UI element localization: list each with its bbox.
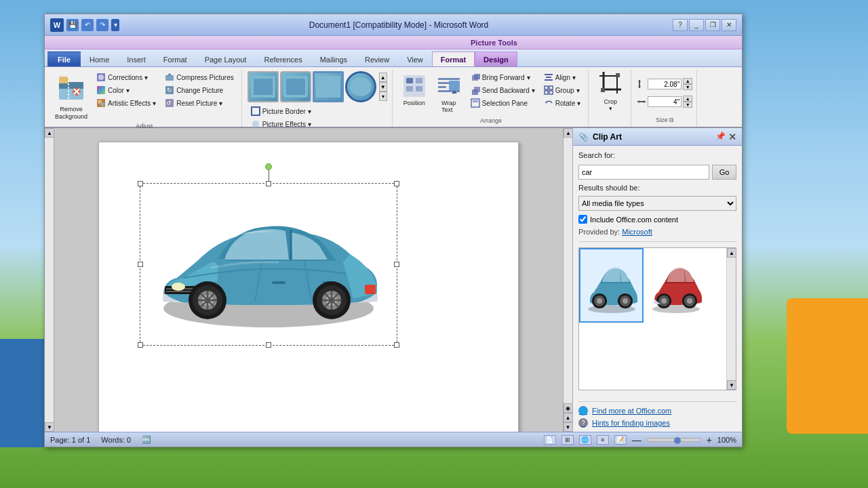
results-scroll-track[interactable]: [727, 258, 736, 380]
bring-forward-button[interactable]: Bring Forward ▾: [467, 71, 538, 83]
size-content: 2.08" ▲ ▼ 4" ▲ ▼: [637, 71, 692, 117]
include-office-label: Include Office.com content: [590, 216, 678, 224]
result-item-2[interactable]: [644, 248, 708, 323]
scroll-up-btn[interactable]: ▲: [45, 128, 54, 138]
height-input[interactable]: 2.08": [648, 79, 682, 89]
go-button[interactable]: Go: [712, 165, 736, 180]
title-bar: W 💾 ↶ ↷ ▾ Document1 [Compatibility Mode]…: [45, 14, 742, 36]
tab-mailings[interactable]: Mailings: [311, 52, 356, 66]
media-type-select[interactable]: All media file types: [578, 196, 736, 211]
height-down-arrow[interactable]: ▼: [683, 84, 692, 90]
right-scroll-up[interactable]: ▲: [564, 128, 573, 138]
next-page-btn[interactable]: ▼: [564, 422, 573, 432]
tab-home[interactable]: Home: [81, 52, 118, 66]
picture-style-thumb-1[interactable]: [248, 71, 279, 102]
wrap-text-button[interactable]: WrapText: [433, 71, 465, 116]
width-input[interactable]: 4": [648, 96, 682, 107]
resize-handle-tl[interactable]: [138, 181, 143, 186]
reset-picture-button[interactable]: ↺ Reset Picture ▾: [161, 97, 237, 109]
resize-handle-bc[interactable]: [266, 342, 271, 348]
close-btn[interactable]: ✕: [722, 19, 736, 31]
resize-handle-tr[interactable]: [394, 181, 399, 186]
hints-link[interactable]: ? Hints for finding images: [578, 418, 736, 428]
width-down-arrow[interactable]: ▼: [683, 102, 692, 108]
artistic-effects-button[interactable]: Artistic Effects ▾: [93, 97, 159, 109]
scroll-track[interactable]: [45, 138, 54, 422]
view-print-btn[interactable]: 📄: [544, 435, 556, 445]
results-scroll-up[interactable]: ▲: [727, 248, 736, 258]
resize-handle-tc[interactable]: [266, 181, 271, 186]
save-quick-btn[interactable]: 💾: [66, 19, 79, 31]
minimize-btn[interactable]: _: [689, 19, 704, 31]
group-button[interactable]: Group ▾: [540, 84, 584, 96]
height-up-arrow[interactable]: ▲: [683, 78, 692, 84]
provider-link[interactable]: Microsoft: [622, 228, 652, 236]
tab-insert[interactable]: Insert: [118, 52, 155, 66]
rotate-handle[interactable]: [265, 163, 272, 170]
compress-pictures-button[interactable]: Compress Pictures: [161, 71, 237, 83]
tab-references[interactable]: References: [255, 52, 311, 66]
size-dialog-launcher[interactable]: ⧉: [669, 117, 673, 123]
picture-styles-scroll-up[interactable]: ▲: [379, 73, 387, 82]
find-more-link[interactable]: 🌐 Find more at Office.com: [578, 406, 736, 415]
picture-style-thumb-3[interactable]: [313, 71, 344, 102]
picture-style-thumb-2[interactable]: [280, 71, 311, 102]
change-picture-button[interactable]: ↻ Change Picture: [161, 84, 237, 96]
picture-style-thumb-4[interactable]: [345, 71, 376, 102]
color-button[interactable]: Color ▾: [93, 84, 159, 96]
align-button[interactable]: Align ▾: [540, 71, 584, 83]
prev-page-btn[interactable]: ◉: [564, 403, 573, 413]
status-bar: Page: 1 of 1 Words: 0 🔤 📄 ⊞ 🌐 ≡ 📝 — + 10…: [45, 432, 742, 447]
zoom-slider[interactable]: [647, 438, 701, 442]
resize-handle-br[interactable]: [394, 342, 399, 348]
view-outline-btn[interactable]: ≡: [597, 435, 609, 445]
resize-handle-bl[interactable]: [138, 342, 143, 348]
search-input[interactable]: car: [578, 165, 709, 180]
corrections-button[interactable]: Corrections ▾: [93, 71, 159, 83]
clip-art-pin[interactable]: 📌: [715, 131, 726, 142]
zoom-thumb[interactable]: [674, 437, 681, 444]
position-button[interactable]: Position: [398, 71, 431, 109]
width-up-arrow[interactable]: ▲: [683, 96, 692, 102]
picture-styles-scroll-more[interactable]: ▾: [379, 92, 387, 101]
zoom-plus-btn[interactable]: +: [707, 434, 712, 445]
results-scroll-down[interactable]: ▼: [727, 380, 736, 390]
image-selection-box[interactable]: [140, 183, 397, 346]
tab-view[interactable]: View: [398, 52, 432, 66]
undo-quick-btn[interactable]: ↶: [81, 19, 94, 31]
next-prev-btn[interactable]: ▲: [564, 413, 573, 422]
rotate-button[interactable]: Rotate ▾: [540, 97, 584, 109]
zoom-minus-btn[interactable]: —: [632, 434, 642, 445]
resize-handle-ml[interactable]: [138, 262, 143, 267]
view-web-btn[interactable]: 🌐: [579, 435, 591, 445]
selection-pane-button[interactable]: Selection Pane: [467, 97, 538, 109]
tab-page-layout[interactable]: Page Layout: [196, 52, 256, 66]
picture-styles-scroll-down[interactable]: ▼: [379, 82, 387, 92]
resize-handle-mr[interactable]: [394, 262, 399, 267]
result-item-1[interactable]: [579, 248, 644, 323]
crop-label: Crop: [604, 98, 617, 105]
redo-quick-btn[interactable]: ↷: [96, 19, 108, 31]
restore-btn[interactable]: ❐: [705, 19, 720, 31]
view-fullscreen-btn[interactable]: ⊞: [561, 435, 574, 445]
tab-format[interactable]: Format: [155, 52, 196, 66]
include-office-checkbox[interactable]: [578, 215, 587, 224]
clip-art-close[interactable]: ✕: [728, 131, 736, 142]
view-draft-btn[interactable]: 📝: [614, 435, 627, 445]
crop-button[interactable]: Crop ▾: [594, 71, 627, 115]
customize-quick-access-btn[interactable]: ▾: [111, 19, 119, 31]
remove-background-button[interactable]: RemoveBackground: [52, 71, 91, 123]
tab-review[interactable]: Review: [356, 52, 398, 66]
picture-border-button[interactable]: Picture Border ▾: [248, 105, 387, 117]
scroll-down-btn[interactable]: ▼: [45, 422, 54, 432]
results-area: ▲ ▼: [578, 247, 736, 390]
tab-design[interactable]: Design: [475, 52, 517, 66]
tab-file[interactable]: File: [47, 52, 81, 66]
tab-picture-format[interactable]: Format: [432, 52, 475, 66]
right-scroll-track[interactable]: [564, 138, 572, 403]
arrange-small-buttons: Bring Forward ▾ Send Backward ▾ Selectio…: [467, 71, 538, 109]
help-btn[interactable]: ?: [673, 19, 688, 31]
window-title: Document1 [Compatibility Mode] - Microso…: [125, 20, 673, 30]
send-backward-button[interactable]: Send Backward ▾: [467, 84, 538, 96]
reset-picture-arrow: ▾: [219, 100, 222, 107]
